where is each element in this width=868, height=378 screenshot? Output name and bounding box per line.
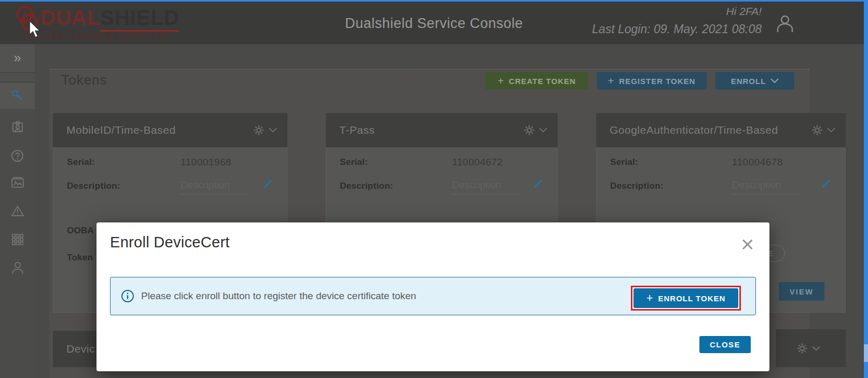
gear-icon[interactable]	[811, 124, 823, 136]
gear-icon[interactable]	[253, 124, 265, 136]
last-login-text: Last Login: 09. May. 2021 08:08	[592, 22, 762, 36]
id-card-icon	[11, 121, 24, 133]
info-alert: Please click enroll button to register t…	[110, 277, 756, 315]
edit-pencil-icon[interactable]	[532, 178, 544, 190]
sidebar-divider	[0, 73, 35, 81]
app-window: DUALSHIELD UNIFIED AUTHENTICATION Dualsh…	[0, 0, 868, 378]
description-label: Description:	[610, 181, 664, 191]
close-icon[interactable]: ×	[740, 235, 755, 253]
serial-row: Serial: 110004678	[610, 156, 832, 169]
window-top-border	[0, 0, 868, 2]
description-row: Description:	[340, 179, 544, 193]
chevron-down-icon[interactable]	[269, 128, 277, 133]
serial-row: Serial: 110004672	[340, 156, 544, 169]
page-title: Tokens	[61, 72, 107, 88]
plus-icon: +	[646, 291, 654, 305]
close-button[interactable]: CLOSE	[699, 336, 751, 353]
user-greeting: Hi 2FA!	[592, 5, 762, 18]
edit-pencil-icon[interactable]	[820, 178, 832, 190]
view-button[interactable]: VIEW	[779, 282, 824, 301]
enroll-menu-button[interactable]: ENROLL	[715, 72, 794, 90]
serial-label: Serial:	[340, 157, 368, 167]
description-label: Description:	[67, 181, 120, 191]
enroll-token-button[interactable]: + ENROLL TOKEN	[633, 288, 738, 308]
card-title: T-Pass	[339, 124, 523, 136]
card-title: Devic	[66, 343, 95, 355]
edit-pencil-icon[interactable]	[262, 178, 273, 190]
info-icon	[121, 289, 134, 303]
gear-icon[interactable]	[796, 343, 808, 354]
card-header: MobileID/Time-Based	[53, 113, 287, 147]
plus-icon: +	[608, 75, 615, 87]
register-token-button[interactable]: + REGISTER TOKEN	[597, 72, 707, 90]
info-alert-text: Please click enroll button to register t…	[141, 290, 416, 302]
token-label: Token	[67, 253, 93, 263]
enroll-token-label: ENROLL TOKEN	[658, 294, 726, 303]
sidebar: »	[0, 44, 35, 378]
person-icon	[11, 261, 24, 275]
serial-label: Serial:	[67, 157, 95, 167]
chevron-down-icon[interactable]	[827, 128, 835, 133]
description-input[interactable]	[181, 178, 249, 194]
card-title: MobileID/Time-Based	[66, 124, 253, 136]
user-info: Hi 2FA! Last Login: 09. May. 2021 08:08	[592, 5, 762, 36]
sidebar-item-gallery[interactable]	[0, 170, 35, 195]
plus-icon: +	[498, 75, 504, 87]
serial-row: Serial: 110001968	[67, 156, 273, 169]
serial-value: 110001968	[181, 157, 231, 168]
description-input[interactable]	[732, 178, 801, 194]
enroll-menu-label: ENROLL	[731, 77, 766, 86]
user-account-icon[interactable]	[776, 15, 794, 33]
serial-value: 110004678	[732, 157, 783, 168]
sidebar-item-alerts[interactable]	[0, 198, 35, 224]
card-title: GoogleAuthenticator/Time-Based	[610, 124, 811, 136]
sidebar-item-help[interactable]	[0, 143, 35, 169]
enroll-devicecert-dialog: Enroll DeviceCert × Please click enroll …	[97, 222, 769, 371]
sidebar-item-tokens[interactable]	[0, 83, 35, 109]
serial-label: Serial:	[610, 157, 638, 167]
description-label: Description:	[340, 181, 393, 191]
create-token-button[interactable]: + CREATE TOKEN	[486, 72, 588, 90]
description-row: Description:	[610, 179, 832, 193]
serial-value: 110004672	[452, 157, 503, 168]
description-row: Description:	[67, 179, 273, 193]
card-header: GoogleAuthenticator/Time-Based	[596, 113, 846, 147]
image-icon	[11, 176, 24, 189]
app-header: DUALSHIELD UNIFIED AUTHENTICATION Dualsh…	[0, 0, 868, 44]
gear-icon[interactable]	[523, 124, 535, 136]
warning-icon	[11, 205, 24, 217]
sidebar-item-identity[interactable]	[0, 114, 35, 140]
ooba-label: OOBA	[67, 226, 94, 236]
grid-icon	[11, 233, 24, 246]
create-token-label: CREATE TOKEN	[509, 77, 576, 86]
highlight-annotation: + ENROLL TOKEN	[631, 286, 741, 311]
card-header: T-Pass	[326, 113, 558, 147]
register-token-label: REGISTER TOKEN	[619, 77, 695, 86]
token-card-header-partial	[776, 329, 846, 367]
key-icon	[11, 89, 24, 103]
logo-tagline: UNIFIED AUTHENTICATION	[22, 32, 167, 40]
scrollbar-thumb[interactable]	[864, 344, 868, 362]
dialog-title: Enroll DeviceCert	[110, 234, 230, 251]
sidebar-item-apps[interactable]	[0, 227, 35, 253]
sidebar-item-users[interactable]	[0, 255, 35, 281]
help-icon	[11, 149, 24, 162]
sidebar-expand-button[interactable]: »	[0, 44, 35, 73]
expand-icon: »	[13, 50, 21, 65]
scrollbar[interactable]	[864, 0, 868, 378]
chevron-down-icon[interactable]	[539, 128, 547, 133]
chevron-down-icon[interactable]	[812, 346, 820, 351]
chevron-down-icon	[770, 78, 779, 83]
description-input[interactable]	[452, 178, 520, 194]
